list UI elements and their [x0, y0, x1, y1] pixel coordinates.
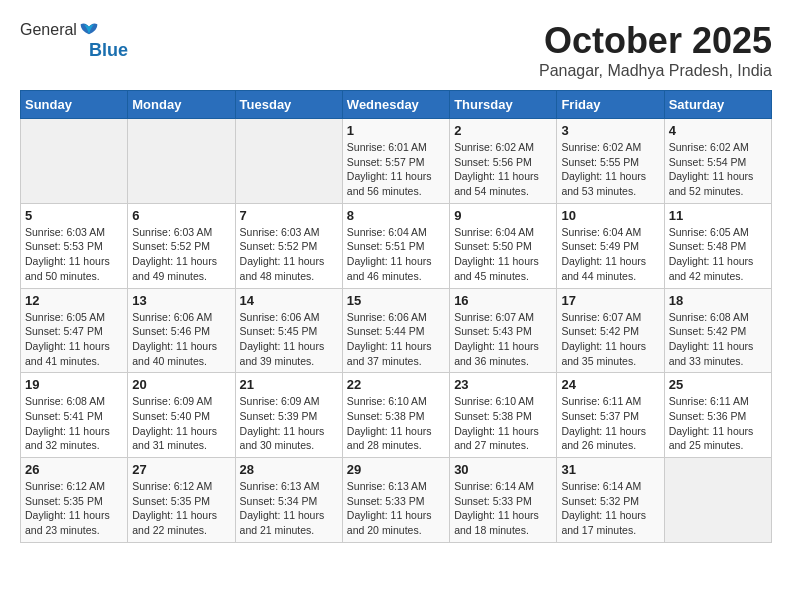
day-number: 2: [454, 123, 552, 138]
day-info: Sunrise: 6:13 AM Sunset: 5:33 PM Dayligh…: [347, 479, 445, 538]
day-number: 20: [132, 377, 230, 392]
logo-blue-text: Blue: [89, 40, 128, 61]
day-number: 13: [132, 293, 230, 308]
day-info: Sunrise: 6:14 AM Sunset: 5:32 PM Dayligh…: [561, 479, 659, 538]
day-cell-0-1: [128, 119, 235, 204]
day-info: Sunrise: 6:05 AM Sunset: 5:48 PM Dayligh…: [669, 225, 767, 284]
day-number: 24: [561, 377, 659, 392]
day-cell-3-4: 23Sunrise: 6:10 AM Sunset: 5:38 PM Dayli…: [450, 373, 557, 458]
day-cell-2-4: 16Sunrise: 6:07 AM Sunset: 5:43 PM Dayli…: [450, 288, 557, 373]
day-info: Sunrise: 6:04 AM Sunset: 5:49 PM Dayligh…: [561, 225, 659, 284]
day-number: 6: [132, 208, 230, 223]
day-info: Sunrise: 6:10 AM Sunset: 5:38 PM Dayligh…: [347, 394, 445, 453]
day-cell-3-5: 24Sunrise: 6:11 AM Sunset: 5:37 PM Dayli…: [557, 373, 664, 458]
header-friday: Friday: [557, 91, 664, 119]
header-thursday: Thursday: [450, 91, 557, 119]
day-cell-3-6: 25Sunrise: 6:11 AM Sunset: 5:36 PM Dayli…: [664, 373, 771, 458]
day-cell-2-1: 13Sunrise: 6:06 AM Sunset: 5:46 PM Dayli…: [128, 288, 235, 373]
day-cell-1-6: 11Sunrise: 6:05 AM Sunset: 5:48 PM Dayli…: [664, 203, 771, 288]
day-number: 19: [25, 377, 123, 392]
day-number: 5: [25, 208, 123, 223]
location-title: Panagar, Madhya Pradesh, India: [539, 62, 772, 80]
day-number: 10: [561, 208, 659, 223]
week-row-3: 12Sunrise: 6:05 AM Sunset: 5:47 PM Dayli…: [21, 288, 772, 373]
day-cell-0-5: 3Sunrise: 6:02 AM Sunset: 5:55 PM Daylig…: [557, 119, 664, 204]
day-number: 31: [561, 462, 659, 477]
logo-bird-icon: [79, 20, 99, 40]
header-saturday: Saturday: [664, 91, 771, 119]
day-cell-0-2: [235, 119, 342, 204]
day-number: 27: [132, 462, 230, 477]
logo: General General Blue: [20, 20, 128, 61]
day-number: 25: [669, 377, 767, 392]
day-cell-0-6: 4Sunrise: 6:02 AM Sunset: 5:54 PM Daylig…: [664, 119, 771, 204]
day-cell-4-2: 28Sunrise: 6:13 AM Sunset: 5:34 PM Dayli…: [235, 458, 342, 543]
day-cell-4-1: 27Sunrise: 6:12 AM Sunset: 5:35 PM Dayli…: [128, 458, 235, 543]
day-cell-1-3: 8Sunrise: 6:04 AM Sunset: 5:51 PM Daylig…: [342, 203, 449, 288]
day-info: Sunrise: 6:04 AM Sunset: 5:50 PM Dayligh…: [454, 225, 552, 284]
day-cell-4-6: [664, 458, 771, 543]
day-cell-1-5: 10Sunrise: 6:04 AM Sunset: 5:49 PM Dayli…: [557, 203, 664, 288]
day-number: 22: [347, 377, 445, 392]
day-cell-3-2: 21Sunrise: 6:09 AM Sunset: 5:39 PM Dayli…: [235, 373, 342, 458]
day-cell-2-0: 12Sunrise: 6:05 AM Sunset: 5:47 PM Dayli…: [21, 288, 128, 373]
day-info: Sunrise: 6:06 AM Sunset: 5:46 PM Dayligh…: [132, 310, 230, 369]
day-info: Sunrise: 6:03 AM Sunset: 5:52 PM Dayligh…: [240, 225, 338, 284]
day-number: 18: [669, 293, 767, 308]
title-section: October 2025 Panagar, Madhya Pradesh, In…: [539, 20, 772, 80]
day-number: 16: [454, 293, 552, 308]
day-cell-2-3: 15Sunrise: 6:06 AM Sunset: 5:44 PM Dayli…: [342, 288, 449, 373]
day-info: Sunrise: 6:12 AM Sunset: 5:35 PM Dayligh…: [132, 479, 230, 538]
day-cell-4-4: 30Sunrise: 6:14 AM Sunset: 5:33 PM Dayli…: [450, 458, 557, 543]
month-title: October 2025: [539, 20, 772, 62]
day-cell-2-2: 14Sunrise: 6:06 AM Sunset: 5:45 PM Dayli…: [235, 288, 342, 373]
day-cell-1-1: 6Sunrise: 6:03 AM Sunset: 5:52 PM Daylig…: [128, 203, 235, 288]
day-number: 3: [561, 123, 659, 138]
day-info: Sunrise: 6:09 AM Sunset: 5:39 PM Dayligh…: [240, 394, 338, 453]
day-cell-2-5: 17Sunrise: 6:07 AM Sunset: 5:42 PM Dayli…: [557, 288, 664, 373]
day-number: 17: [561, 293, 659, 308]
header-wednesday: Wednesday: [342, 91, 449, 119]
day-number: 28: [240, 462, 338, 477]
day-cell-0-3: 1Sunrise: 6:01 AM Sunset: 5:57 PM Daylig…: [342, 119, 449, 204]
day-cell-4-0: 26Sunrise: 6:12 AM Sunset: 5:35 PM Dayli…: [21, 458, 128, 543]
logo-general-text: General: [20, 21, 77, 39]
day-info: Sunrise: 6:10 AM Sunset: 5:38 PM Dayligh…: [454, 394, 552, 453]
header: General General Blue October 2025 Panaga…: [20, 20, 772, 80]
day-number: 7: [240, 208, 338, 223]
day-info: Sunrise: 6:06 AM Sunset: 5:45 PM Dayligh…: [240, 310, 338, 369]
day-cell-1-0: 5Sunrise: 6:03 AM Sunset: 5:53 PM Daylig…: [21, 203, 128, 288]
day-cell-4-5: 31Sunrise: 6:14 AM Sunset: 5:32 PM Dayli…: [557, 458, 664, 543]
day-number: 9: [454, 208, 552, 223]
day-info: Sunrise: 6:11 AM Sunset: 5:36 PM Dayligh…: [669, 394, 767, 453]
day-info: Sunrise: 6:06 AM Sunset: 5:44 PM Dayligh…: [347, 310, 445, 369]
day-cell-1-4: 9Sunrise: 6:04 AM Sunset: 5:50 PM Daylig…: [450, 203, 557, 288]
day-info: Sunrise: 6:05 AM Sunset: 5:47 PM Dayligh…: [25, 310, 123, 369]
day-info: Sunrise: 6:02 AM Sunset: 5:56 PM Dayligh…: [454, 140, 552, 199]
day-cell-1-2: 7Sunrise: 6:03 AM Sunset: 5:52 PM Daylig…: [235, 203, 342, 288]
day-cell-0-4: 2Sunrise: 6:02 AM Sunset: 5:56 PM Daylig…: [450, 119, 557, 204]
day-cell-3-0: 19Sunrise: 6:08 AM Sunset: 5:41 PM Dayli…: [21, 373, 128, 458]
day-info: Sunrise: 6:02 AM Sunset: 5:55 PM Dayligh…: [561, 140, 659, 199]
day-number: 15: [347, 293, 445, 308]
day-number: 29: [347, 462, 445, 477]
day-info: Sunrise: 6:12 AM Sunset: 5:35 PM Dayligh…: [25, 479, 123, 538]
header-monday: Monday: [128, 91, 235, 119]
day-info: Sunrise: 6:07 AM Sunset: 5:43 PM Dayligh…: [454, 310, 552, 369]
day-number: 14: [240, 293, 338, 308]
week-row-5: 26Sunrise: 6:12 AM Sunset: 5:35 PM Dayli…: [21, 458, 772, 543]
header-sunday: Sunday: [21, 91, 128, 119]
day-number: 11: [669, 208, 767, 223]
week-row-2: 5Sunrise: 6:03 AM Sunset: 5:53 PM Daylig…: [21, 203, 772, 288]
day-info: Sunrise: 6:11 AM Sunset: 5:37 PM Dayligh…: [561, 394, 659, 453]
day-number: 21: [240, 377, 338, 392]
calendar: Sunday Monday Tuesday Wednesday Thursday…: [20, 90, 772, 543]
day-number: 4: [669, 123, 767, 138]
day-info: Sunrise: 6:09 AM Sunset: 5:40 PM Dayligh…: [132, 394, 230, 453]
day-number: 23: [454, 377, 552, 392]
day-cell-2-6: 18Sunrise: 6:08 AM Sunset: 5:42 PM Dayli…: [664, 288, 771, 373]
day-info: Sunrise: 6:08 AM Sunset: 5:42 PM Dayligh…: [669, 310, 767, 369]
day-cell-0-0: [21, 119, 128, 204]
day-info: Sunrise: 6:01 AM Sunset: 5:57 PM Dayligh…: [347, 140, 445, 199]
day-cell-3-3: 22Sunrise: 6:10 AM Sunset: 5:38 PM Dayli…: [342, 373, 449, 458]
